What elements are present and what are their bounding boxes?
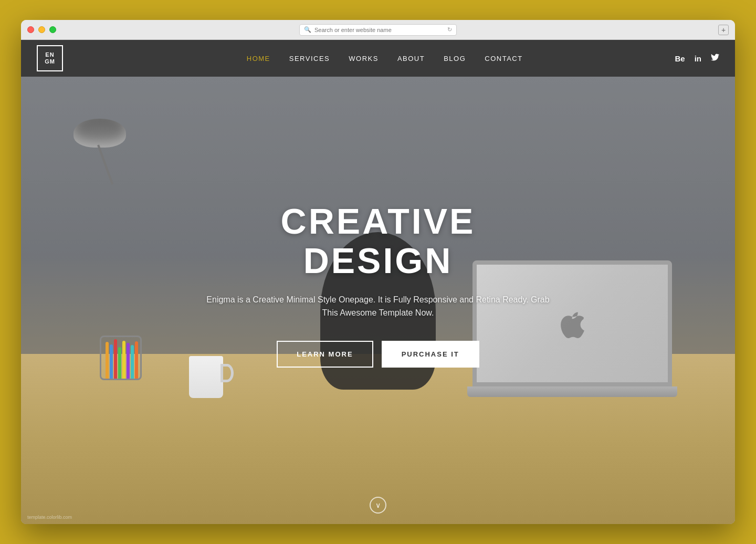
nav-blog[interactable]: BLOG <box>444 55 466 62</box>
hero-title: CREATIVE DESIGN <box>205 202 551 280</box>
scroll-indicator[interactable]: ∨ <box>370 497 386 514</box>
nav-home[interactable]: HOME <box>247 55 270 62</box>
twitter-link[interactable] <box>711 54 719 63</box>
behance-link[interactable]: Be <box>675 54 685 63</box>
twitter-icon <box>711 54 719 61</box>
nav-works[interactable]: WORKS <box>349 55 379 62</box>
nav-links: HOME SERVICES WORKS ABOUT BLOG CONTACT <box>215 55 523 62</box>
lamp-head <box>74 119 126 148</box>
hero-subtitle: Enigma is a Creative Minimal Style Onepa… <box>205 293 551 320</box>
social-links: Be in <box>675 54 719 63</box>
apple-logo-icon <box>561 309 584 338</box>
logo-text: ENGM <box>45 51 55 65</box>
holder-container <box>100 336 142 380</box>
search-icon: 🔍 <box>304 26 311 33</box>
address-bar[interactable]: 🔍 ↻ <box>299 24 457 36</box>
refresh-icon[interactable]: ↻ <box>447 26 452 33</box>
traffic-lights <box>27 26 56 33</box>
nav-services[interactable]: SERVICES <box>289 55 330 62</box>
new-tab-button[interactable]: + <box>718 25 729 35</box>
close-button[interactable] <box>27 26 34 33</box>
learn-more-button[interactable]: LEARN MORE <box>277 341 373 368</box>
minimize-button[interactable] <box>38 26 45 33</box>
maximize-button[interactable] <box>49 26 56 33</box>
logo[interactable]: ENGM <box>37 45 63 71</box>
purchase-button[interactable]: PURCHASE IT <box>382 341 479 368</box>
nav-contact[interactable]: CONTACT <box>485 55 522 62</box>
hero-section: CREATIVE DESIGN Enigma is a Creative Min… <box>21 77 735 524</box>
navbar: ENGM HOME SERVICES WORKS ABOUT BLOG CONT… <box>21 40 735 77</box>
hero-content: CREATIVE DESIGN Enigma is a Creative Min… <box>194 202 562 368</box>
lamp-decoration <box>52 98 147 203</box>
title-bar: 🔍 ↻ + <box>21 20 735 40</box>
website-content: ENGM HOME SERVICES WORKS ABOUT BLOG CONT… <box>21 40 735 524</box>
linkedin-link[interactable]: in <box>695 54 701 63</box>
nav-about[interactable]: ABOUT <box>397 55 425 62</box>
url-input[interactable] <box>314 27 444 33</box>
mac-window: 🔍 ↻ + ENGM HOME SERVICES WORKS ABOUT BLO… <box>21 20 735 524</box>
laptop-base <box>467 386 677 397</box>
pencil-holder <box>100 336 152 399</box>
lamp-arm <box>97 144 113 185</box>
watermark: template.colorlib.com <box>27 515 72 520</box>
hero-buttons: LEARN MORE PURCHASE IT <box>205 341 551 368</box>
